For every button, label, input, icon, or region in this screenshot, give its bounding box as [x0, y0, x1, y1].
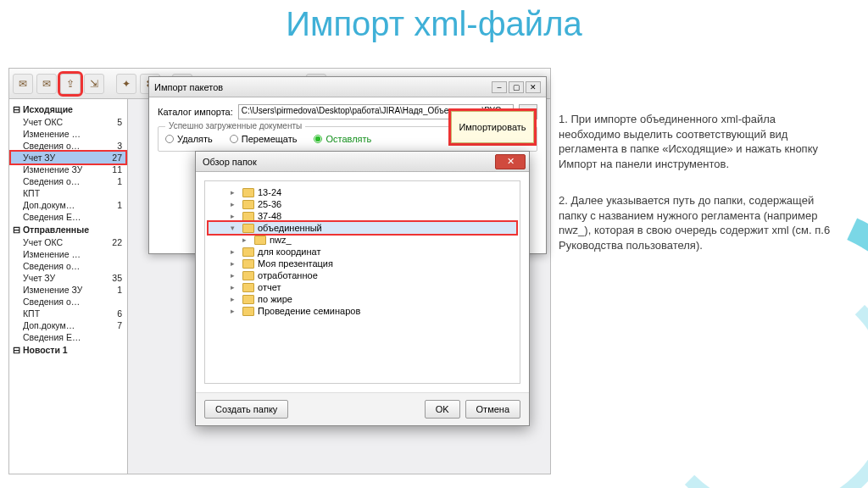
folder-item[interactable]: ▸Моя презентация	[209, 258, 516, 269]
instruction-step-1: 1. При импорте объединенного xml-файла н…	[559, 112, 834, 171]
folder-item[interactable]: ▾объединенный	[209, 222, 516, 234]
tree-group[interactable]: ⊟ Новости 1	[13, 345, 125, 355]
folder-browse-dialog: Обзор папок ✕ ▸13-24▸25-36▸37-48▾объедин…	[195, 151, 530, 426]
tree-item[interactable]: Сведения о…3	[11, 140, 125, 152]
catalog-label: Каталог импорта:	[158, 107, 233, 117]
folder-icon	[242, 224, 254, 233]
tree-item[interactable]: КПТ	[11, 187, 125, 199]
tree-item[interactable]: Изменение …	[11, 128, 125, 140]
folder-item[interactable]: ▸13-24	[209, 186, 516, 198]
cancel-button[interactable]: Отмена	[465, 400, 520, 419]
folder-icon	[242, 283, 254, 292]
tree-item[interactable]: Учет ОКС5	[11, 116, 125, 128]
folder-item[interactable]: ▸37-48	[209, 210, 516, 222]
tree-item[interactable]: Сведения о…	[11, 260, 125, 272]
mail-icon[interactable]: ✉	[36, 74, 57, 94]
browse-dialog-title: Обзор папок	[203, 157, 257, 167]
folder-item[interactable]: ▸25-36	[209, 198, 516, 210]
tree-item[interactable]: Учет ЗУ35	[11, 272, 125, 284]
close-icon[interactable]: ✕	[495, 154, 526, 169]
tree-item[interactable]: Доп.докум…7	[11, 319, 125, 331]
do-import-button[interactable]: Импортировать	[451, 111, 534, 143]
folder-item[interactable]: ▸Проведение семинаров	[209, 305, 516, 317]
folder-icon	[242, 247, 254, 257]
tree-item[interactable]: Сведения Е…	[11, 331, 125, 343]
folder-item[interactable]: ▸по жире	[209, 293, 516, 305]
slide-title: Импорт xml-файла	[0, 5, 868, 43]
radio-move[interactable]: Перемещать	[230, 134, 298, 144]
folder-item[interactable]: ▸nwz_	[209, 234, 516, 246]
minimize-icon[interactable]: –	[492, 81, 507, 93]
tree-item[interactable]: Учет ЗУ27	[11, 152, 125, 164]
tree-item[interactable]: Доп.докум…1	[11, 199, 125, 211]
radio-leave[interactable]: Оставлять	[314, 134, 371, 144]
instruction-step-2: 2. Далее указывается путь до папки, соде…	[559, 193, 834, 252]
import-dialog-title: Импорт пакетов	[154, 82, 223, 92]
tree-group[interactable]: ⊟ Исходящие	[13, 104, 125, 114]
instructions-panel: 1. При импорте объединенного xml-файла н…	[559, 112, 834, 274]
folder-item[interactable]: ▸для координат	[209, 246, 516, 258]
export-icon[interactable]: ⇲	[84, 74, 104, 94]
folder-icon	[242, 307, 254, 316]
folder-icon	[242, 188, 254, 197]
tree-item[interactable]: Учет ОКС22	[11, 236, 125, 248]
tree-item[interactable]: Изменение ЗУ1	[11, 284, 125, 296]
maximize-icon[interactable]: ▢	[509, 81, 524, 93]
tree-item[interactable]: КПТ6	[11, 308, 125, 319]
close-icon[interactable]: ✕	[526, 81, 541, 93]
folder-icon	[242, 212, 254, 221]
tree-item[interactable]: Сведения о…1	[11, 175, 125, 187]
folder-icon	[242, 200, 254, 209]
gear-icon[interactable]: ✦	[116, 74, 136, 94]
group-legend: Успешно загруженные документы	[165, 121, 305, 130]
mail-open-icon[interactable]: ✉	[13, 74, 33, 94]
make-folder-button[interactable]: Создать папку	[204, 400, 288, 419]
folder-icon	[242, 295, 254, 304]
tree-item[interactable]: Изменение ЗУ11	[11, 164, 125, 175]
import-button[interactable]: ⇪	[60, 74, 81, 94]
tree-item[interactable]: Сведения о…	[11, 296, 125, 308]
radio-delete[interactable]: Удалять	[165, 134, 213, 144]
tree-group[interactable]: ⊟ Отправленные	[13, 225, 125, 235]
folder-icon	[242, 271, 254, 280]
folder-item[interactable]: ▸отработанное	[209, 269, 516, 281]
ok-button[interactable]: OK	[425, 400, 460, 419]
folder-icon	[242, 259, 254, 269]
nav-tree[interactable]: ⊟ ИсходящиеУчет ОКС5Изменение …Сведения …	[9, 99, 128, 474]
folder-tree[interactable]: ▸13-24▸25-36▸37-48▾объединенный▸nwz_▸для…	[204, 180, 520, 384]
folder-item[interactable]: ▸отчет	[209, 281, 516, 293]
folder-icon	[254, 236, 266, 245]
tree-item[interactable]: Изменение …	[11, 248, 125, 260]
tree-item[interactable]: Сведения Е…	[11, 211, 125, 223]
